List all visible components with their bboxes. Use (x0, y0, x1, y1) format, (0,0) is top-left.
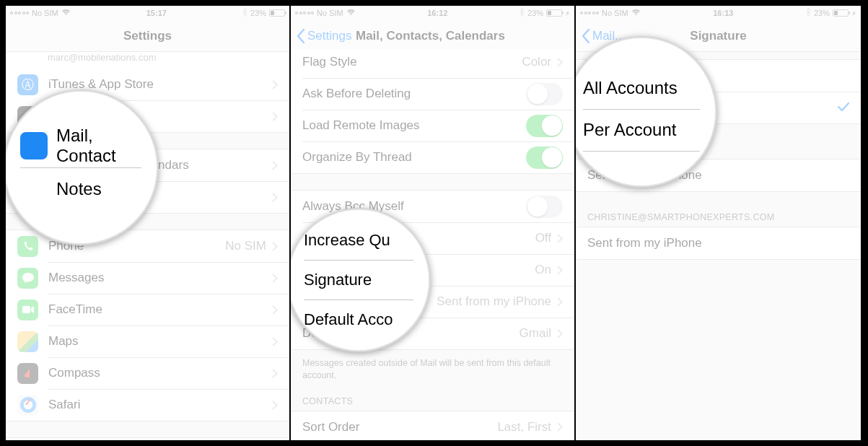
magnifier: Increase Qu Signature Default Acco (291, 208, 431, 352)
chevron-right-icon (557, 58, 563, 67)
chevron-right-icon (272, 80, 278, 89)
bluetooth-icon (242, 8, 247, 18)
wifi-icon (346, 9, 356, 17)
cell-signal-icon (10, 12, 29, 14)
cell-signal-icon (580, 12, 599, 14)
chevron-right-icon (272, 337, 278, 346)
screen-mail-settings: No SIM 16:12 23% ⚡︎ Settings Mail, Conta… (291, 6, 576, 440)
chevron-right-icon (557, 329, 563, 338)
carrier-label: No SIM (32, 9, 58, 17)
compass-icon (17, 363, 38, 384)
settings-item-music[interactable]: ♫ Music (6, 438, 289, 440)
chevron-right-icon (272, 401, 278, 410)
settings-item-maps[interactable]: Maps (6, 325, 289, 357)
status-bar: No SIM 16:13 23% ⚡︎ (576, 6, 861, 20)
settings-item-compass[interactable]: Compass (6, 357, 289, 389)
nav-bar: Settings (6, 20, 289, 52)
carrier-label: No SIM (602, 9, 628, 17)
mail-icon (20, 132, 48, 159)
status-bar: No SIM 16:12 23% ⚡︎ (291, 6, 574, 20)
wifi-icon (631, 9, 641, 17)
carrier-label: No SIM (317, 9, 343, 17)
charging-icon: ⚡︎ (851, 9, 856, 17)
svg-rect-0 (22, 306, 30, 313)
status-bar: No SIM 15:17 23% (6, 6, 289, 20)
battery-pct: 23% (814, 9, 830, 17)
chevron-right-icon (557, 234, 563, 243)
contacts-header: CONTACTS (291, 392, 574, 411)
battery-icon (269, 9, 285, 17)
maps-icon (17, 331, 38, 352)
toggle[interactable] (526, 196, 563, 218)
toggle[interactable] (526, 115, 563, 137)
row-flag-style[interactable]: Flag Style Color (291, 49, 574, 78)
bluetooth-icon (806, 8, 811, 18)
row-sort-order[interactable]: Sort Order Last, First (291, 411, 574, 440)
toggle[interactable] (526, 147, 563, 169)
row-organize-by-thread[interactable]: Organize By Thread (291, 141, 574, 173)
chevron-right-icon (272, 112, 278, 121)
nav-bar: Settings Mail, Contacts, Calendars (291, 20, 574, 52)
nav-back-button[interactable]: Settings (291, 29, 351, 43)
toggle[interactable] (526, 83, 563, 105)
chevron-right-icon (272, 274, 278, 283)
chevron-right-icon (272, 193, 278, 202)
settings-item-facetime[interactable]: FaceTime (6, 294, 289, 325)
magnifier: Mail, Contact Notes (6, 89, 159, 245)
battery-pct: 23% (527, 9, 543, 17)
screen-signature: No SIM 16:13 23% ⚡︎ Mail... Signature Al… (576, 6, 861, 440)
bluetooth-icon (520, 8, 525, 18)
appstore-icon: Ⓐ (17, 74, 38, 95)
signature-account2[interactable]: Sent from my iPhone (576, 227, 861, 259)
clock: 16:12 (427, 9, 447, 17)
facetime-icon (17, 299, 38, 320)
charging-icon: ⚡︎ (565, 9, 570, 17)
clock: 16:13 (713, 9, 733, 17)
safari-icon (17, 395, 38, 416)
battery-pct: 23% (250, 9, 266, 17)
clock: 15:17 (146, 9, 167, 17)
battery-icon (546, 9, 562, 17)
chevron-right-icon (272, 305, 278, 315)
battery-icon (833, 9, 849, 17)
account-email: marc@mobilenations.com (6, 52, 289, 69)
chevron-right-icon (272, 161, 278, 170)
row-load-remote-images[interactable]: Load Remote Images (291, 110, 574, 141)
chevron-right-icon (557, 422, 563, 432)
chevron-right-icon (272, 369, 278, 378)
section-header-account2: CHRISTINE@SMARTPHONEXPERTS.COM (576, 208, 861, 227)
phone-icon (17, 236, 38, 257)
settings-item-itunes[interactable]: Ⓐ iTunes & App Store (6, 69, 289, 100)
settings-item-messages[interactable]: Messages (6, 262, 289, 294)
check-icon (838, 100, 849, 115)
row-ask-before-deleting[interactable]: Ask Before Deleting (291, 78, 574, 110)
chevron-right-icon (272, 242, 278, 251)
settings-item-safari[interactable]: Safari (6, 389, 289, 421)
cell-signal-icon (295, 12, 314, 14)
nav-title: Mail, Contacts, Calendars (356, 29, 574, 43)
wifi-icon (61, 9, 71, 17)
screen-settings: No SIM 15:17 23% Settings marc@mobilenat… (6, 6, 291, 440)
chevron-right-icon (557, 297, 563, 307)
chevron-right-icon (557, 266, 563, 275)
default-account-footer: Messages created outside of Mail will be… (291, 353, 574, 382)
messages-icon (17, 268, 38, 289)
nav-title: Settings (6, 29, 289, 43)
